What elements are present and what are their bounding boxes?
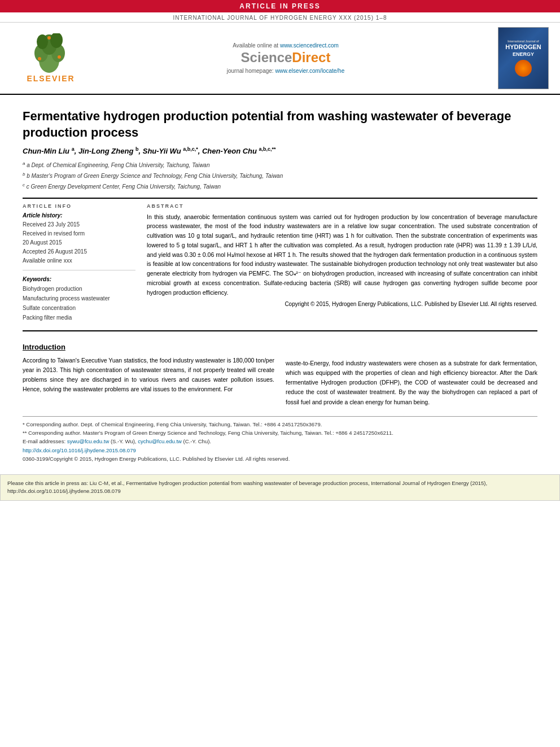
intro-right-column: waste-to-Energy, food industry wastewate… [286, 343, 537, 408]
paper-title: Fermentative hydrogen production potenti… [23, 108, 537, 141]
abstract-copyright: Copyright © 2015, Hydrogen Energy Public… [147, 301, 537, 307]
affiliations: a a Dept. of Chemical Engineering, Feng … [23, 160, 537, 192]
journal-homepage-url[interactable]: www.elsevier.com/locate/he [275, 68, 344, 74]
article-info-header: ARTICLE INFO [23, 203, 135, 209]
intro-left-text: According to Taiwan's Executive Yuan sta… [23, 356, 274, 395]
cover-logo-circle [515, 60, 532, 77]
authors: Chun-Min Liu a, Jin-Long Zheng b, Shu-Yi… [23, 146, 537, 155]
article-in-press-banner: ARTICLE IN PRESS [0, 0, 560, 12]
journal-cover: International Journal of HYDROGEN ENERGY [498, 27, 549, 89]
svg-point-9 [47, 36, 51, 40]
elsevier-wordmark: ELSEVIER [27, 74, 75, 83]
sciencedirect-logo: ScienceDirect [90, 50, 481, 65]
issn-text: 0360-3199/Copyright © 2015, Hydrogen Ene… [23, 455, 537, 463]
abstract-text: In this study, anaerobic fermentation co… [147, 212, 537, 298]
article-history-text: Received 23 July 2015 Received in revise… [23, 220, 135, 265]
journal-homepage: journal homepage: www.elsevier.com/locat… [90, 68, 481, 74]
keyword-2: Manufacturing process wastewater [23, 294, 135, 303]
svg-point-8 [58, 55, 61, 59]
journal-subtitle: INTERNATIONAL JOURNAL OF HYDROGEN ENERGY… [0, 12, 560, 23]
intro-left-column: Introduction According to Taiwan's Execu… [23, 343, 274, 408]
elsevier-logo-area: ELSEVIER [11, 33, 90, 83]
article-info-divider [23, 270, 135, 270]
citation-text: Please cite this article in press as: Li… [7, 480, 487, 494]
introduction-heading: Introduction [23, 343, 274, 351]
header-center: Available online at www.sciencedirect.co… [90, 42, 481, 74]
article-info-abstract-section: ARTICLE INFO Article history: Received 2… [23, 203, 537, 322]
keyword-4: Packing filter media [23, 313, 135, 322]
introduction-section: Introduction According to Taiwan's Execu… [23, 343, 537, 408]
citation-bar: Please cite this article in press as: Li… [0, 474, 560, 501]
keywords-label: Keywords: [23, 276, 135, 282]
elsevier-tree-icon [25, 33, 76, 73]
affiliation-a: a a Dept. of Chemical Engineering, Feng … [23, 160, 537, 170]
email-addresses: E-mail addresses: sywu@fcu.edu.tw (S.-Y.… [23, 437, 537, 445]
article-history-label: Article history: [23, 212, 135, 219]
email-link-2[interactable]: cychu@fcu.edu.tw [138, 438, 182, 444]
article-info-column: ARTICLE INFO Article history: Received 2… [23, 203, 135, 322]
body-divider [23, 330, 537, 331]
footnotes-area: * Corresponding author. Dept. of Chemica… [23, 416, 537, 463]
doi-url[interactable]: http://dx.doi.org/10.1016/j.ijhydene.201… [23, 447, 136, 453]
keyword-3: Sulfate concentration [23, 303, 135, 313]
email-link-1[interactable]: sywu@fcu.edu.tw [67, 438, 110, 444]
abstract-header: ABSTRACT [147, 203, 537, 209]
affiliation-c: c c Green Energy Development Center, Fen… [23, 182, 537, 191]
title-divider [23, 198, 537, 199]
header: ELSEVIER Available online at www.science… [0, 23, 560, 95]
corresponding-author-1: * Corresponding author. Dept. of Chemica… [23, 420, 537, 429]
svg-point-7 [38, 57, 41, 60]
sciencedirect-url[interactable]: www.sciencedirect.com [280, 42, 339, 49]
keyword-1: Biohydrogen production [23, 284, 135, 294]
cover-title: International Journal of HYDROGEN ENERGY [505, 40, 541, 58]
paper-body: Fermentative hydrogen production potenti… [0, 95, 560, 469]
intro-right-text: waste-to-Energy, food industry wastewate… [286, 359, 537, 408]
keywords-list: Biohydrogen production Manufacturing pro… [23, 284, 135, 322]
affiliation-b: b b Master's Program of Green Energy Sci… [23, 171, 537, 181]
corresponding-author-2: ** Corresponding author. Master's Progra… [23, 429, 537, 437]
abstract-column: ABSTRACT In this study, anaerobic fermen… [147, 203, 537, 322]
doi-link: http://dx.doi.org/10.1016/j.ijhydene.201… [23, 446, 537, 455]
svg-point-5 [37, 34, 48, 49]
available-online-text: Available online at www.sciencedirect.co… [90, 42, 481, 49]
journal-cover-area: International Journal of HYDROGEN ENERGY [481, 27, 549, 89]
